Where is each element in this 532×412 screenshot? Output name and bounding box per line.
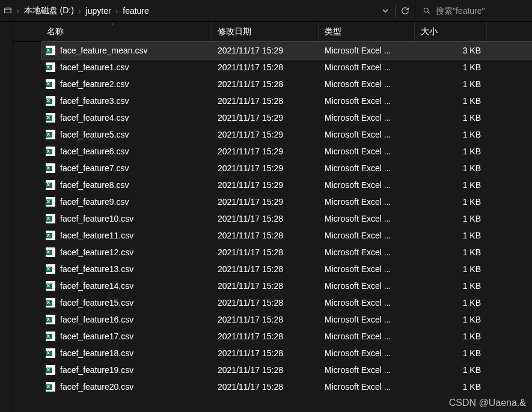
breadcrumb[interactable]: › 本地磁盘 (D:) › jupyter › feature [0,0,376,21]
table-row[interactable]: facef_feature10.csv2021/11/17 15:28Micro… [42,210,532,227]
excel-file-icon [46,113,55,123]
cell-date: 2021/11/17 15:28 [212,79,319,89]
cell-date: 2021/11/17 15:29 [212,46,319,55]
cell-type: Microsoft Excel ... [319,214,415,223]
table-row[interactable]: facef_feature1.csv2021/11/17 15:28Micros… [42,59,532,76]
cell-date: 2021/11/17 15:28 [212,332,319,341]
cell-type: Microsoft Excel ... [319,197,415,207]
table-row[interactable]: facef_feature18.csv2021/11/17 15:28Micro… [42,345,532,362]
content-area: 名称 ˄ 修改日期 类型 大小 face_feature_mean.csv202… [0,22,532,412]
header-name[interactable]: 名称 ˄ [13,22,212,41]
table-row[interactable]: facef_feature6.csv2021/11/17 15:29Micros… [42,143,532,160]
cell-name: facef_feature2.csv [42,79,212,89]
search-box[interactable] [415,0,532,21]
cell-date: 2021/11/17 15:29 [212,163,319,173]
header-size[interactable]: 大小 [415,22,487,41]
excel-file-icon [46,130,55,139]
table-row[interactable]: facef_feature20.csv2021/11/17 15:28Micro… [42,378,532,395]
cell-name: facef_feature3.csv [42,96,212,106]
cell-size: 1 KB [415,96,487,106]
cell-date: 2021/11/17 15:28 [212,298,319,307]
excel-file-icon [46,247,55,257]
table-row[interactable]: face_feature_mean.csv2021/11/17 15:29Mic… [42,42,532,59]
file-name: facef_feature14.csv [60,281,133,291]
address-toolbar: › 本地磁盘 (D:) › jupyter › feature [0,0,532,22]
excel-file-icon [46,365,55,375]
table-row[interactable]: facef_feature4.csv2021/11/17 15:29Micros… [42,109,532,126]
file-name: facef_feature19.csv [60,365,133,375]
cell-size: 1 KB [415,147,487,156]
table-row[interactable]: facef_feature8.csv2021/11/17 15:29Micros… [42,177,532,193]
refresh-button[interactable] [396,0,415,21]
file-name: facef_feature18.csv [60,348,133,358]
table-row[interactable]: facef_feature11.csv2021/11/17 15:28Micro… [42,227,532,244]
table-row[interactable]: facef_feature3.csv2021/11/17 15:28Micros… [42,92,532,109]
cell-date: 2021/11/17 15:28 [212,365,319,375]
cell-type: Microsoft Excel ... [319,147,415,156]
table-row[interactable]: facef_feature13.csv2021/11/17 15:28Micro… [42,261,532,277]
table-row[interactable]: facef_feature12.csv2021/11/17 15:28Micro… [42,244,532,261]
cell-name: face_feature_mean.csv [42,46,212,55]
svg-rect-0 [5,8,11,13]
cell-name: facef_feature1.csv [42,62,212,72]
cell-type: Microsoft Excel ... [319,96,415,106]
toolbar-actions [376,0,415,21]
cell-size: 1 KB [415,382,487,392]
cell-type: Microsoft Excel ... [319,62,415,72]
table-row[interactable]: facef_feature7.csv2021/11/17 15:29Micros… [42,160,532,177]
file-name: facef_feature9.csv [60,197,129,207]
cell-size: 3 KB [415,46,487,55]
excel-file-icon [46,46,55,55]
table-row[interactable]: facef_feature5.csv2021/11/17 15:29Micros… [42,126,532,143]
file-name: facef_feature6.csv [60,147,129,156]
table-row[interactable]: facef_feature16.csv2021/11/17 15:28Micro… [42,311,532,328]
cell-type: Microsoft Excel ... [319,298,415,307]
file-name: facef_feature13.csv [60,264,133,274]
cell-date: 2021/11/17 15:28 [212,62,319,72]
header-date[interactable]: 修改日期 [212,22,319,41]
table-row[interactable]: facef_feature19.csv2021/11/17 15:28Micro… [42,362,532,378]
cell-name: facef_feature4.csv [42,113,212,123]
table-row[interactable]: facef_feature9.csv2021/11/17 15:29Micros… [42,193,532,210]
cell-type: Microsoft Excel ... [319,231,415,240]
excel-file-icon [46,348,55,358]
file-name: facef_feature3.csv [60,96,129,106]
cell-size: 1 KB [415,315,487,324]
file-name: face_feature_mean.csv [60,46,148,55]
cell-name: facef_feature18.csv [42,348,212,358]
excel-file-icon [46,298,55,307]
file-name: facef_feature10.csv [60,214,133,223]
breadcrumb-item[interactable]: 本地磁盘 (D:) [20,5,78,16]
breadcrumb-item[interactable]: feature [119,6,153,16]
file-name: facef_feature5.csv [60,130,129,139]
table-row[interactable]: facef_feature15.csv2021/11/17 15:28Micro… [42,294,532,311]
cell-type: Microsoft Excel ... [319,130,415,139]
cell-size: 1 KB [415,365,487,375]
sort-indicator-icon: ˄ [111,23,114,28]
search-input[interactable] [436,6,526,16]
cell-name: facef_feature6.csv [42,147,212,156]
cell-type: Microsoft Excel ... [319,315,415,324]
cell-name: facef_feature5.csv [42,130,212,139]
table-row[interactable]: facef_feature2.csv2021/11/17 15:28Micros… [42,76,532,92]
cell-date: 2021/11/17 15:29 [212,197,319,207]
chevron-right-icon: › [115,7,120,14]
folder-icon [2,5,13,16]
cell-size: 1 KB [415,214,487,223]
breadcrumb-item[interactable]: jupyter [82,6,115,16]
cell-date: 2021/11/17 15:29 [212,113,319,123]
cell-size: 1 KB [415,180,487,190]
dropdown-button[interactable] [376,0,395,21]
excel-file-icon [46,180,55,190]
header-type-label: 类型 [325,26,341,37]
cell-name: facef_feature10.csv [42,214,212,223]
nav-sidebar[interactable] [0,22,13,412]
cell-size: 1 KB [415,281,487,291]
svg-line-2 [427,11,429,13]
excel-file-icon [46,214,55,223]
file-name: facef_feature4.csv [60,113,129,123]
table-row[interactable]: facef_feature17.csv2021/11/17 15:28Micro… [42,328,532,345]
excel-file-icon [46,197,55,207]
header-type[interactable]: 类型 [319,22,415,41]
table-row[interactable]: facef_feature14.csv2021/11/17 15:28Micro… [42,277,532,294]
